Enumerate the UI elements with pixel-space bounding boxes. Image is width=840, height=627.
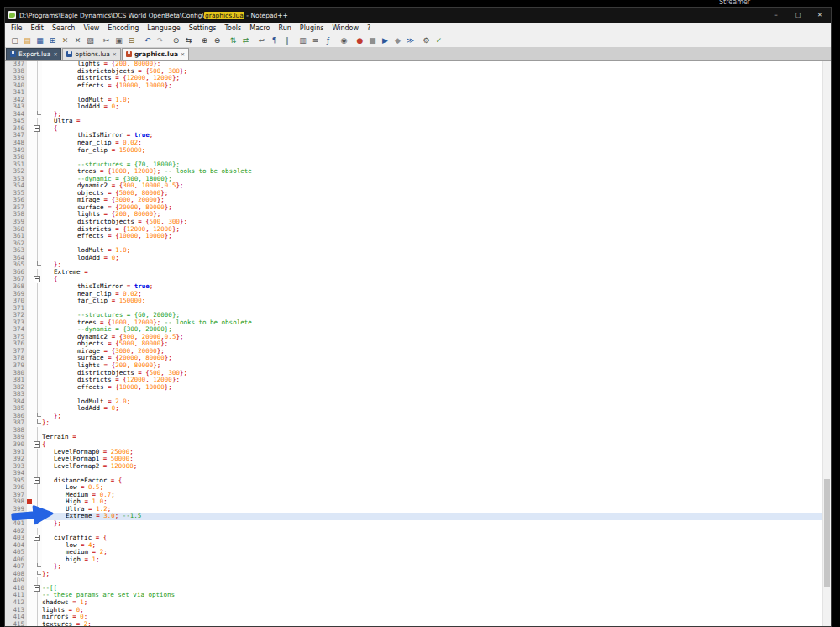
- fold-marker-icon[interactable]: [33, 477, 42, 485]
- menu-item-encoding[interactable]: Encoding: [103, 24, 143, 32]
- fold-marker-icon[interactable]: [33, 276, 42, 283]
- code-line[interactable]: 389Terrain =: [5, 434, 831, 441]
- code-line[interactable]: 345Ultra =: [5, 118, 831, 125]
- code-line[interactable]: 365};: [5, 261, 831, 269]
- scrollbar-thumb[interactable]: [824, 479, 830, 587]
- toolbar-print-button[interactable]: ▧: [85, 35, 96, 46]
- toolbar-cut-button[interactable]: ✂: [101, 35, 112, 46]
- toolbar-save-all-button[interactable]: ⊞: [47, 35, 58, 46]
- code-line[interactable]: 402: [5, 528, 831, 535]
- menu-item-help[interactable]: ?: [363, 24, 375, 32]
- toolbar-macro-run-multiple-button[interactable]: ≫: [405, 35, 416, 46]
- code-line[interactable]: 408};: [5, 571, 831, 578]
- code-line[interactable]: 370far_clip = 150000;: [5, 298, 831, 305]
- fold-marker-icon[interactable]: [33, 535, 42, 542]
- code-line[interactable]: 405medium = 2;: [5, 549, 831, 556]
- menu-item-file[interactable]: File: [7, 24, 26, 32]
- toolbar-open-folder-button[interactable]: ▤: [22, 35, 33, 46]
- menu-item-search[interactable]: Search: [48, 24, 79, 32]
- menu-item-plugins[interactable]: Plugins: [296, 24, 328, 32]
- code-line[interactable]: 411-- these params are set via options: [5, 592, 831, 599]
- code-line[interactable]: 394: [5, 470, 831, 477]
- code-line[interactable]: 413lights = 0;: [5, 607, 831, 614]
- code-line[interactable]: 404low = 4;: [5, 542, 831, 550]
- code-line[interactable]: 363lodMult = 1.0;: [5, 247, 831, 255]
- code-line[interactable]: 406high = 1;: [5, 556, 831, 564]
- toolbar-replace-button[interactable]: ⇆: [183, 35, 194, 46]
- toolbar-word-wrap-button[interactable]: ↩: [256, 35, 267, 46]
- toolbar-new-file-button[interactable]: ▢: [9, 35, 20, 46]
- code-line[interactable]: 395distanceFactor = {: [5, 477, 831, 485]
- code-line[interactable]: 386};: [5, 413, 831, 420]
- code-line[interactable]: 384lodMult = 2.0;: [5, 398, 831, 406]
- vertical-scrollbar[interactable]: [822, 61, 831, 626]
- fold-marker-icon[interactable]: [33, 125, 42, 133]
- fold-marker-icon[interactable]: [33, 585, 42, 593]
- code-line[interactable]: 403civTraffic = {: [5, 535, 831, 542]
- tab-options-lua[interactable]: options.lua✕: [62, 48, 120, 60]
- code-line[interactable]: 344};: [5, 111, 831, 119]
- menu-item-window[interactable]: Window: [328, 24, 363, 32]
- menu-item-view[interactable]: View: [79, 24, 103, 32]
- toolbar-function-list-button[interactable]: ƒ: [323, 35, 333, 46]
- toolbar-indent-guide-button[interactable]: ∥: [281, 35, 292, 46]
- code-line[interactable]: 343lodAdd = 0;: [5, 103, 831, 111]
- code-line[interactable]: 340effects = {10000, 10000};: [5, 82, 831, 90]
- code-line[interactable]: 366Extreme =: [5, 269, 831, 277]
- toolbar-macro-play-button[interactable]: ▶: [380, 35, 391, 46]
- menu-item-language[interactable]: Language: [143, 24, 184, 32]
- code-line[interactable]: 396Low = 0.5;: [5, 484, 831, 492]
- tab-graphics-lua[interactable]: graphics.lua✕: [122, 48, 189, 60]
- title-bar[interactable]: D:\Programs\Eagle Dynamics\DCS World Ope…: [5, 8, 831, 23]
- code-line[interactable]: 393LevelFormap2 = 120000;: [5, 463, 831, 471]
- toolbar-document-map-button[interactable]: ▥: [297, 35, 308, 46]
- close-icon[interactable]: ✕: [53, 51, 57, 57]
- code-line[interactable]: 400Extreme = 3.0; --1.5: [5, 513, 831, 520]
- menu-item-macro[interactable]: Macro: [245, 24, 274, 32]
- toolbar-close-all-button[interactable]: ✕: [72, 35, 83, 46]
- toolbar-find-button[interactable]: ⊙: [171, 35, 181, 46]
- toolbar-undo-button[interactable]: ↶: [142, 35, 153, 46]
- code-line[interactable]: 414mirrors = 0;: [5, 614, 831, 621]
- toolbar-macro-stop-button[interactable]: ■: [367, 35, 378, 46]
- toolbar-macro-record-button[interactable]: ●: [354, 35, 365, 46]
- menu-item-run[interactable]: Run: [274, 24, 295, 32]
- toolbar-sync-vertical-button[interactable]: ⇅: [228, 35, 239, 46]
- toolbar-document-list-button[interactable]: ≡: [310, 35, 321, 46]
- toolbar-paste-button[interactable]: ⊟: [126, 35, 137, 46]
- code-line[interactable]: 397Medium = 0.7;: [5, 492, 831, 499]
- toolbar-copy-button[interactable]: ▣: [113, 35, 124, 46]
- toolbar-show-all-characters-button[interactable]: ¶: [269, 35, 280, 46]
- fold-marker-icon[interactable]: [33, 441, 42, 449]
- menu-item-tools[interactable]: Tools: [221, 24, 246, 32]
- code-line[interactable]: 342lodMult = 1.0;: [5, 97, 831, 104]
- toolbar-zoom-in-button[interactable]: ⊕: [199, 35, 210, 46]
- code-line[interactable]: 407};: [5, 563, 831, 571]
- close-button[interactable]: ✕: [809, 8, 831, 23]
- minimize-button[interactable]: –: [765, 8, 787, 23]
- code-line[interactable]: 385lodAdd = 0;: [5, 405, 831, 413]
- toolbar-monitoring-button[interactable]: ◉: [339, 35, 349, 46]
- menu-item-edit[interactable]: Edit: [26, 24, 48, 32]
- code-line[interactable]: 382effects = {10000, 10000};: [5, 384, 831, 392]
- code-line[interactable]: 349far_clip = 150000;: [5, 147, 831, 155]
- tab-export-lua[interactable]: Export.lua✕: [6, 48, 61, 60]
- code-line[interactable]: 361effects = {10000, 10000};: [5, 233, 831, 240]
- code-line[interactable]: 398High = 1.0;: [5, 498, 831, 506]
- code-line[interactable]: 409: [5, 577, 831, 585]
- code-line[interactable]: 401};: [5, 520, 831, 528]
- toolbar-sync-horizontal-button[interactable]: ⇄: [240, 35, 251, 46]
- close-icon[interactable]: ✕: [181, 51, 185, 57]
- toolbar-close-button[interactable]: ✕: [60, 35, 71, 46]
- menu-item-settings[interactable]: Settings: [185, 24, 221, 32]
- toolbar-plugin-settings-button[interactable]: ⚙: [421, 35, 432, 46]
- toolbar-save-button[interactable]: ▦: [34, 35, 45, 46]
- code-line[interactable]: 412shadows = 1;: [5, 599, 831, 607]
- toolbar-zoom-out-button[interactable]: ⊖: [212, 35, 223, 46]
- close-icon[interactable]: ✕: [113, 51, 117, 57]
- toolbar-macro-save-button[interactable]: ◆: [392, 35, 403, 46]
- code-line[interactable]: 415textures = 2;: [5, 621, 831, 626]
- code-line[interactable]: 387};: [5, 419, 831, 427]
- code-line[interactable]: 364lodAdd = 0;: [5, 255, 831, 262]
- maximize-button[interactable]: ▢: [787, 8, 809, 23]
